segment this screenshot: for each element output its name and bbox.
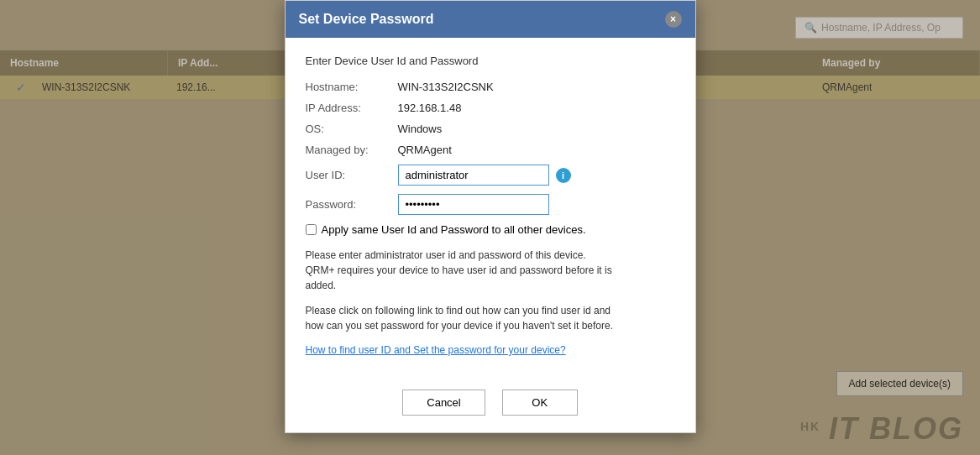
modal-close-button[interactable]: × [665, 11, 682, 28]
apply-all-label: Apply same User Id and Password to all o… [322, 223, 586, 236]
info-icon[interactable]: i [556, 168, 571, 183]
modal-header: Set Device Password × [286, 1, 695, 38]
password-form-row: Password: [306, 194, 675, 215]
os-label: OS: [306, 123, 398, 135]
apply-all-checkbox[interactable] [306, 224, 317, 235]
os-value: Windows [398, 123, 443, 135]
ok-button[interactable]: OK [502, 390, 578, 416]
userid-label: User ID: [306, 169, 398, 181]
cancel-button[interactable]: Cancel [402, 390, 485, 416]
password-input[interactable] [398, 194, 549, 215]
ip-value: 192.168.1.48 [398, 102, 462, 114]
ip-label: IP Address: [306, 102, 398, 114]
apply-all-checkbox-row: Apply same User Id and Password to all o… [306, 223, 675, 236]
password-label: Password: [306, 198, 398, 211]
help-link[interactable]: How to find user ID and Set the password… [306, 344, 566, 356]
modal-title: Set Device Password [299, 12, 434, 27]
os-row: OS: Windows [306, 123, 675, 135]
note-text-2: Please click on following link to find o… [306, 303, 675, 333]
managed-label: Managed by: [306, 144, 398, 156]
hostname-label: Hostname: [306, 81, 398, 93]
hostname-value: WIN-313S2I2CSNK [398, 81, 494, 93]
managed-row: Managed by: QRMAgent [306, 144, 675, 156]
ip-row: IP Address: 192.168.1.48 [306, 102, 675, 114]
userid-form-row: User ID: i [306, 165, 675, 186]
userid-input[interactable] [398, 165, 549, 186]
hostname-row: Hostname: WIN-313S2I2CSNK [306, 81, 675, 93]
modal-body: Enter Device User Id and Password Hostna… [286, 38, 695, 390]
note-text-1: Please enter administrator user id and p… [306, 248, 675, 293]
modal-set-device-password: Set Device Password × Enter Device User … [285, 0, 696, 433]
modal-footer: Cancel OK [286, 390, 695, 432]
modal-subtitle: Enter Device User Id and Password [306, 55, 675, 67]
managed-value: QRMAgent [398, 144, 452, 156]
